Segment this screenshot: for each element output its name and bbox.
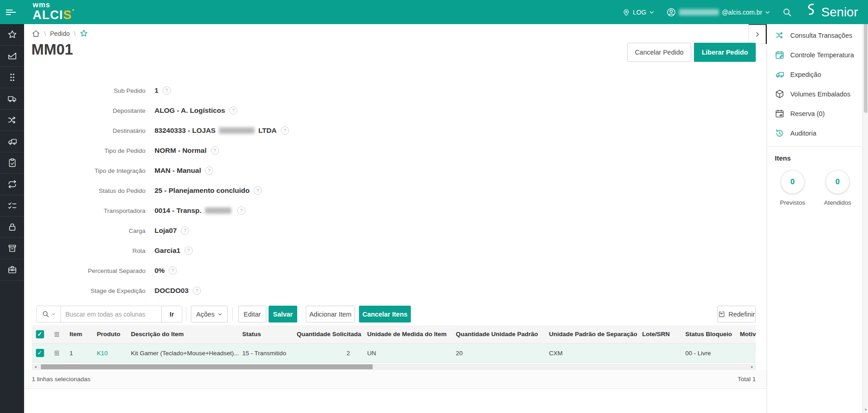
form-row: Tipo de Pedido NORM - Normal? (24, 141, 433, 161)
wms-alcis-logo: wms ALCIS (33, 1, 74, 21)
column-header-unidade-padrao-separacao[interactable]: Unidade Padrão de Separação (545, 325, 639, 343)
help-icon[interactable]: ? (229, 106, 237, 115)
form-row: Status do Pedido 25 - Planejamento concl… (24, 181, 433, 201)
panel-item-consulta-transacoes[interactable]: Consulta Transações (767, 25, 863, 45)
favorite-star-icon[interactable] (80, 29, 88, 38)
topbar-right: LOG @alcis.com.br (622, 0, 858, 24)
help-icon[interactable]: ? (163, 86, 171, 95)
form-row: Stage de Expedição DOCDO03? (24, 281, 433, 301)
panel-item-label: Consulta Transações (790, 32, 852, 39)
form-row: Depositante ALOG - A. Logísticos? (24, 101, 433, 121)
shuffle-icon[interactable] (0, 110, 24, 131)
field-value: 0014 - Transp.? (155, 206, 245, 215)
breadcrumb-item-pedido[interactable]: Pedido (50, 30, 70, 37)
help-icon[interactable]: ? (193, 287, 201, 295)
field-value: Garcia1? (155, 247, 193, 255)
field-label: Transportadora (24, 207, 145, 214)
release-order-button[interactable]: Liberar Pedido (694, 43, 756, 62)
scrollbar-thumb[interactable] (41, 364, 373, 369)
column-header-produto[interactable]: Produto (93, 325, 127, 343)
column-header-motivo[interactable]: Motivo (736, 325, 756, 343)
help-icon[interactable]: ? (281, 126, 289, 135)
menu-icon[interactable] (6, 7, 18, 17)
column-header-unidade-medida[interactable]: Unidade de Medida do Item (364, 325, 452, 343)
search-icon[interactable] (782, 7, 792, 17)
field-label: Stage de Expedição (24, 287, 145, 294)
cancel-order-button[interactable]: Cancelar Pedido (627, 43, 691, 62)
cancel-items-button[interactable]: Cancelar Itens (359, 306, 411, 322)
home-icon[interactable] (32, 30, 40, 38)
checklist-icon[interactable] (0, 195, 24, 217)
row-checkbox[interactable]: ✓ (36, 349, 44, 357)
column-header-descricao[interactable]: Descrição do Item (127, 325, 239, 343)
favorites-star-icon[interactable] (0, 24, 24, 45)
help-icon[interactable]: ? (169, 267, 177, 275)
user-menu[interactable]: @alcis.com.br (666, 7, 770, 17)
help-icon[interactable]: ? (205, 166, 213, 175)
search-go-button[interactable]: Ir (161, 306, 182, 322)
repeat-icon[interactable] (0, 174, 24, 195)
help-icon[interactable]: ? (254, 186, 262, 195)
archive-box-icon[interactable] (0, 238, 24, 259)
cell-item: 1 (66, 343, 93, 363)
select-all-checkbox[interactable]: ✓ (36, 330, 44, 338)
logo-wms-text: wms (33, 1, 74, 9)
field-label: Tipo de Pedido (24, 147, 145, 154)
help-icon[interactable]: ? (185, 247, 193, 255)
column-header-lote-srn[interactable]: Lote/SRN (639, 325, 682, 343)
field-label: Destinatário (24, 127, 145, 134)
column-header-qtd-unidade-padrao[interactable]: Quantidade Unidade Padrão (452, 325, 545, 343)
column-header-status-bloqueio[interactable]: Status Bloqueio (682, 325, 736, 343)
column-header-qtd-solicitada[interactable]: Quantidade Solicitada (293, 325, 364, 343)
cell-descricao: Kit Gamer (Teclado+Mouse+Headset)... (127, 343, 239, 363)
help-icon[interactable]: ? (237, 206, 245, 215)
items-table: ✓ Item Produto Descrição do Item Status … (32, 325, 756, 363)
briefcase-icon[interactable] (0, 259, 24, 281)
vertical-scrollbar[interactable]: ▲ ▼ (863, 0, 868, 413)
column-header-status[interactable]: Status (239, 325, 293, 343)
form-row: Percentual Separado 0%? (24, 261, 433, 281)
field-value: Loja07? (155, 227, 189, 235)
search-column-selector[interactable] (37, 306, 61, 322)
field-label: Rota (24, 247, 145, 254)
help-icon[interactable]: ? (211, 146, 219, 155)
field-value: DOCDO03? (155, 287, 201, 295)
panel-item-reserva[interactable]: Reserva (0) (767, 104, 863, 123)
itens-section-title: Itens (767, 146, 863, 162)
add-item-button[interactable]: Adicionar Item (306, 306, 355, 322)
apps-grid-icon[interactable] (0, 67, 24, 88)
scroll-right-icon[interactable]: ▸ (748, 364, 756, 370)
breadcrumb: \ Pedido \ (32, 29, 88, 38)
clipboard-check-icon[interactable] (0, 152, 24, 174)
cell-lote-srn (639, 343, 682, 363)
counter-value: 0 (826, 170, 849, 194)
edit-button[interactable]: Editar (238, 306, 266, 322)
truck-right-icon[interactable] (0, 88, 24, 110)
redacted-text (205, 207, 231, 214)
help-icon[interactable]: ? (181, 227, 189, 235)
panel-item-auditoria[interactable]: Auditoria (767, 123, 863, 143)
actions-dropdown[interactable]: Ações (191, 306, 228, 322)
panel-item-volumes-embalados[interactable]: Volumes Embalados (767, 84, 863, 104)
location-selector[interactable]: LOG (622, 8, 655, 16)
reset-icon (718, 311, 725, 318)
column-header-item[interactable]: Item (66, 325, 93, 343)
panel-item-label: Reserva (0) (790, 110, 825, 117)
panel-item-expedicao[interactable]: Expedição (767, 65, 863, 84)
collapse-panel-chevron[interactable] (748, 24, 767, 44)
panel-item-controle-temperatura[interactable]: Controle Temperatura (767, 45, 863, 65)
chart-icon[interactable] (0, 45, 24, 67)
search-input[interactable] (61, 306, 161, 322)
scroll-down-icon[interactable]: ▼ (864, 408, 868, 411)
lock-icon[interactable] (0, 217, 24, 238)
save-button[interactable]: Salvar (269, 306, 297, 322)
toolbar-divider (186, 307, 186, 321)
cell-produto-link[interactable]: K10 (93, 343, 127, 363)
field-label: Status do Pedido (24, 187, 145, 194)
chevron-down-icon (218, 312, 222, 317)
horizontal-scrollbar[interactable]: ◂ ▸ (32, 364, 756, 370)
field-label: Tipo de Integração (24, 167, 145, 174)
reset-button[interactable]: Redefinir (717, 306, 756, 322)
truck-left-icon[interactable] (0, 131, 24, 152)
scroll-left-icon[interactable]: ◂ (32, 364, 39, 370)
